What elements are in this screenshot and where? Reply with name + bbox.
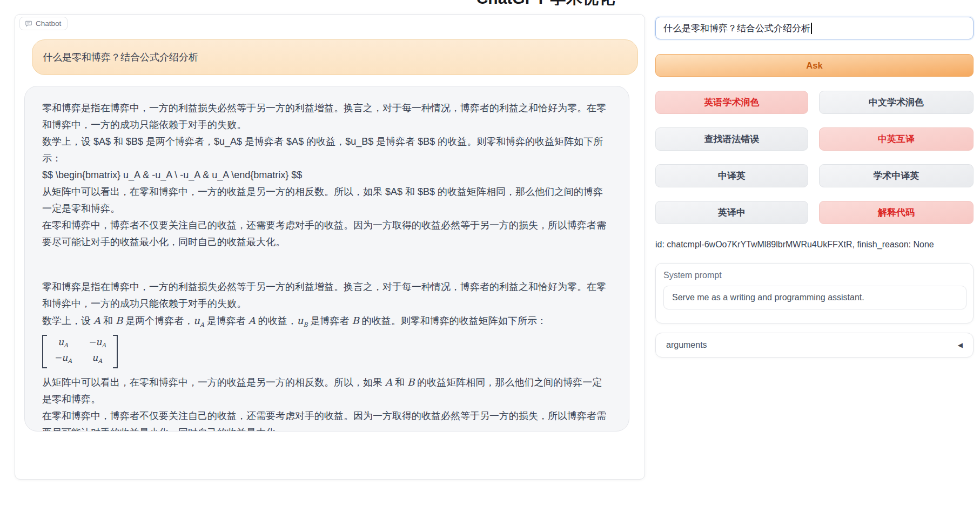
block-gap	[42, 251, 612, 279]
matrix-bracket-right	[113, 335, 118, 369]
chat-paragraph: 数学上，设 A 和 B 是两个博弈者，uA 是博弈者 A 的收益，uB 是博弈者…	[42, 312, 612, 333]
chat-paragraph: $$ \begin{bmatrix} u_A & -u_A \ -u_A & u…	[42, 167, 612, 184]
action-explain-code[interactable]: 解释代码	[819, 201, 974, 224]
user-message-bubble: 什么是零和博弈？结合公式介绍分析	[32, 39, 638, 75]
math-var: uB	[297, 315, 308, 326]
user-message-text: 什么是零和博弈？结合公式介绍分析	[43, 51, 198, 64]
chatbot-label-chip: Chatbot	[19, 17, 68, 30]
math-var: −uA	[54, 352, 72, 363]
question-input[interactable]: 什么是零和博弈？结合公式介绍分析	[655, 17, 974, 39]
bot-raw-block: 零和博弈是指在博弈中，一方的利益损失必然等于另一方的利益增益。换言之，对于每一种…	[42, 100, 612, 251]
math-var: A	[93, 315, 100, 326]
action-find-grammar-errors[interactable]: 查找语法错误	[655, 127, 808, 151]
page-title-partial: ChatGPT 学术优化	[448, 0, 643, 5]
arguments-accordion[interactable]: arguments ◀	[655, 333, 974, 358]
math-var: B	[116, 315, 123, 326]
arguments-label: arguments	[666, 340, 707, 350]
matrix-cell: uA	[92, 352, 102, 367]
status-id-line: id: chatcmpl-6wOo7KrYTwMl89lbrMWRu4UkFFX…	[655, 240, 974, 250]
chat-paragraph: 零和博弈是指在博弈中，一方的利益损失必然等于另一方的利益增益。换言之，对于每一种…	[42, 279, 612, 312]
ask-button-label: Ask	[806, 60, 822, 71]
payoff-matrix: uA−uA−uAuA	[42, 335, 118, 369]
question-input-value: 什么是零和博弈？结合公式介绍分析	[663, 22, 810, 35]
action-en-to-zh[interactable]: 英译中	[655, 201, 808, 224]
math-var: uA	[92, 352, 102, 363]
math-var: uA	[58, 336, 68, 347]
collapse-arrow-icon: ◀	[958, 341, 963, 349]
math-var: B	[352, 315, 359, 326]
chat-paragraph: 在零和博弈中，博弈者不仅要关注自己的收益，还需要考虑对手的收益。因为一方取得的收…	[42, 217, 612, 251]
chat-paragraph: 从矩阵中可以看出，在零和博弈中，一方的收益是另一方的相反数。所以，如果 A 和 …	[42, 374, 612, 408]
chat-paragraph: 数学上，设 $A$ 和 $B$ 是两个博弈者，$u_A$ 是博弈者 $A$ 的收…	[42, 133, 612, 167]
text-caret	[811, 23, 812, 34]
action-english-academic-polish[interactable]: 英语学术润色	[655, 91, 808, 114]
system-prompt-label: System prompt	[663, 271, 965, 280]
math-var: B	[407, 376, 414, 388]
math-var: uA	[193, 315, 204, 326]
control-column: 什么是零和博弈？结合公式介绍分析 Ask 英语学术润色 中文学术润色 查找语法错…	[655, 17, 974, 358]
bot-message-bubble: 零和博弈是指在博弈中，一方的利益损失必然等于另一方的利益增益。换言之，对于每一种…	[24, 86, 629, 432]
actions-grid: 英语学术润色 中文学术润色 查找语法错误 中英互译 中译英 学术中译英 英译中 …	[655, 91, 974, 224]
ask-button[interactable]: Ask	[655, 54, 974, 77]
math-var: −uA	[88, 336, 106, 347]
matrix-bracket-left	[42, 335, 47, 369]
system-prompt-value: Serve me as a writing and programming as…	[672, 293, 864, 302]
action-chinese-academic-polish[interactable]: 中文学术润色	[819, 91, 974, 114]
math-var: A	[385, 376, 392, 388]
chat-bubble-icon	[25, 20, 32, 28]
bot-rendered-block: 零和博弈是指在博弈中，一方的利益损失必然等于另一方的利益增益。换言之，对于每一种…	[42, 279, 612, 432]
matrix-cell: −uA	[54, 352, 72, 367]
action-zh-en-mutual-translate[interactable]: 中英互译	[819, 127, 974, 151]
matrix-cells: uA−uA−uAuA	[47, 335, 113, 369]
chatbot-panel: Chatbot 什么是零和博弈？结合公式介绍分析 零和博弈是指在博弈中，一方的利…	[15, 14, 645, 480]
math-var: A	[249, 315, 256, 326]
chat-paragraph: 从矩阵中可以看出，在零和博弈中，一方的收益是另一方的相反数。所以，如果 $A$ …	[42, 184, 612, 217]
chat-paragraph: 在零和博弈中，博弈者不仅要关注自己的收益，还需要考虑对手的收益。因为一方取得的收…	[42, 408, 612, 432]
system-prompt-panel: System prompt Serve me as a writing and …	[655, 263, 974, 323]
system-prompt-input[interactable]: Serve me as a writing and programming as…	[663, 286, 966, 309]
action-zh-to-en[interactable]: 中译英	[655, 164, 808, 187]
matrix-cell: −uA	[88, 336, 106, 352]
action-academic-zh-to-en[interactable]: 学术中译英	[819, 164, 974, 187]
chatbot-label: Chatbot	[36, 19, 61, 28]
chat-paragraph: 零和博弈是指在博弈中，一方的利益损失必然等于另一方的利益增益。换言之，对于每一种…	[42, 100, 612, 133]
app-canvas: ChatGPT 学术优化 Chatbot 什么是零和博弈？结合公式介绍分析 零和…	[0, 0, 980, 519]
matrix-cell: uA	[58, 336, 68, 352]
page-title-text: ChatGPT 学术优化	[448, 0, 643, 5]
